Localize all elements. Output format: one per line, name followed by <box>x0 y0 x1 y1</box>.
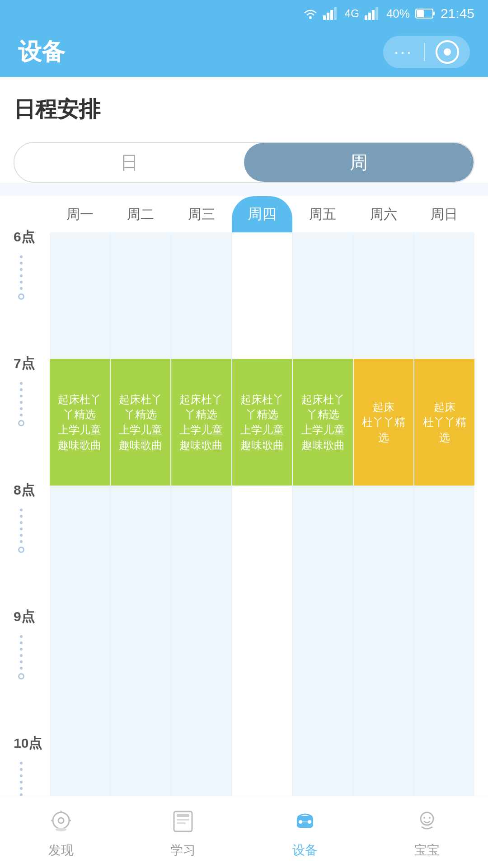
more-options-icon[interactable]: ··· <box>394 42 413 61</box>
day-wed[interactable]: 周三 <box>171 196 232 232</box>
nav-device-label: 设备 <box>292 842 318 859</box>
svg-point-13 <box>58 818 64 823</box>
svg-rect-21 <box>177 819 189 821</box>
discover-icon <box>45 806 77 837</box>
col-sun: 起床 杜丫丫精选 <box>414 232 474 868</box>
week-header: 周一 周二 周三 周四 周五 周六 周日 <box>14 196 474 232</box>
svg-point-0 <box>309 16 312 19</box>
time-6: 6点 <box>14 232 50 359</box>
col-wed: 起床杜丫丫精选 上学儿童趣味歌曲 <box>171 232 231 868</box>
svg-rect-4 <box>334 7 337 20</box>
col-sat: 起床 杜丫丫精选 <box>354 232 414 868</box>
section-title: 日程安排 <box>14 95 474 124</box>
day-mon[interactable]: 周一 <box>50 196 110 232</box>
nav-baby-label: 宝宝 <box>414 842 440 859</box>
network-label: 4G <box>345 7 359 20</box>
block-wed-7[interactable]: 起床杜丫丫精选 上学儿童趣味歌曲 <box>171 359 231 486</box>
svg-rect-6 <box>368 13 371 20</box>
block-thu-7[interactable]: 起床杜丫丫精选 上学儿童趣味歌曲 <box>232 359 292 486</box>
svg-point-29 <box>423 817 425 819</box>
time-column: 6点 7点 8点 <box>14 232 50 868</box>
calendar-section: 周一 周二 周三 周四 周五 周六 周日 6点 7点 <box>0 196 488 868</box>
block-sun-7[interactable]: 起床 杜丫丫精选 <box>414 359 474 486</box>
status-bar: 4G 40% 21:45 <box>0 0 488 27</box>
nav-study-label: 学习 <box>170 842 196 859</box>
day-sun[interactable]: 周日 <box>414 196 474 232</box>
svg-rect-2 <box>327 13 329 20</box>
block-sat-7[interactable]: 起床 杜丫丫精选 <box>354 359 414 486</box>
days-grid: 起床杜丫丫精选 上学儿童趣味歌曲 起床杜丫丫精选 上学儿童趣味歌曲 <box>50 232 474 868</box>
header-actions[interactable]: ··· <box>383 36 470 68</box>
time-display: 21:45 <box>441 6 474 21</box>
bottom-nav: 发现 学习 设备 <box>0 796 488 868</box>
time-9: 9点 <box>14 612 50 739</box>
device-icon <box>289 806 321 837</box>
svg-rect-3 <box>330 10 333 20</box>
svg-point-18 <box>56 828 66 831</box>
nav-discover[interactable]: 发现 <box>45 806 77 859</box>
nav-device[interactable]: 设备 <box>289 806 321 859</box>
svg-point-12 <box>53 812 69 829</box>
svg-rect-5 <box>365 15 367 20</box>
target-icon[interactable] <box>436 40 459 64</box>
svg-rect-7 <box>372 10 375 20</box>
day-tue[interactable]: 周二 <box>110 196 171 232</box>
week-toggle-btn[interactable]: 周 <box>244 143 474 182</box>
svg-rect-8 <box>375 7 378 20</box>
col-thu: 起床杜丫丫精选 上学儿童趣味歌曲 <box>232 232 292 868</box>
time-7: 7点 <box>14 359 50 486</box>
time-8: 8点 <box>14 486 50 612</box>
block-tue-7[interactable]: 起床杜丫丫精选 上学儿童趣味歌曲 <box>111 359 171 486</box>
schedule-grid: 6点 7点 8点 <box>14 232 474 868</box>
day-toggle-btn[interactable]: 日 <box>14 143 244 182</box>
svg-point-30 <box>429 817 431 819</box>
block-mon-7[interactable]: 起床杜丫丫精选 上学儿童趣味歌曲 <box>50 359 110 486</box>
status-icons: 4G 40% 21:45 <box>303 6 474 21</box>
svg-rect-11 <box>417 10 424 17</box>
battery-percent: 40% <box>386 7 410 21</box>
nav-study[interactable]: 学习 <box>167 806 199 859</box>
nav-baby[interactable]: 宝宝 <box>411 806 443 859</box>
col-mon: 起床杜丫丫精选 上学儿童趣味歌曲 <box>50 232 110 868</box>
day-thu[interactable]: 周四 <box>232 196 292 232</box>
svg-rect-20 <box>177 814 189 817</box>
divider <box>424 43 425 61</box>
day-sat[interactable]: 周六 <box>353 196 413 232</box>
study-icon <box>167 806 199 837</box>
page-title: 设备 <box>18 36 65 68</box>
day-fri[interactable]: 周五 <box>292 196 353 232</box>
svg-rect-1 <box>323 15 326 20</box>
svg-rect-22 <box>177 822 186 824</box>
svg-rect-10 <box>433 12 435 15</box>
col-fri: 起床杜丫丫精选 上学儿童趣味歌曲 <box>293 232 353 868</box>
block-fri-7[interactable]: 起床杜丫丫精选 上学儿童趣味歌曲 <box>293 359 353 486</box>
app-header: 设备 ··· <box>0 27 488 77</box>
main-content: 日程安排 日 周 <box>0 77 488 183</box>
view-toggle[interactable]: 日 周 <box>14 142 474 183</box>
baby-icon <box>411 806 443 837</box>
nav-discover-label: 发现 <box>48 842 74 859</box>
target-inner <box>444 48 451 56</box>
col-tue: 起床杜丫丫精选 上学儿童趣味歌曲 <box>111 232 171 868</box>
